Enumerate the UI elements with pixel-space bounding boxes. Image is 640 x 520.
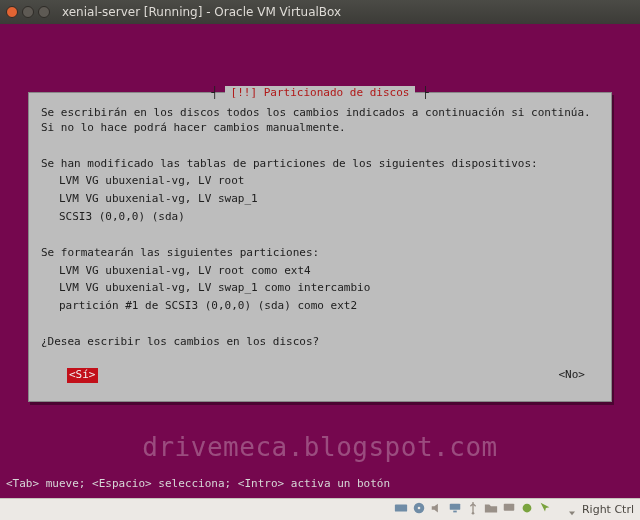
svg-rect-3 <box>450 504 461 510</box>
svg-rect-0 <box>395 505 407 512</box>
watermark: drivemeca.blogspot.com <box>0 432 640 462</box>
dialog-body: Se escribirán en los discos todos los ca… <box>41 106 599 350</box>
audio-icon[interactable] <box>430 501 444 518</box>
dialog-list-item: LVM VG ubuxenial-vg, LV swap_1 <box>41 192 599 207</box>
host-key-indicator: Right Ctrl <box>566 503 634 516</box>
dialog-buttons: <Sí> <No> <box>41 368 599 383</box>
close-icon[interactable] <box>6 6 18 18</box>
shared-folder-icon[interactable] <box>484 501 498 518</box>
svg-rect-4 <box>453 511 457 513</box>
svg-rect-6 <box>504 504 515 511</box>
dialog-list-item: LVM VG ubuxenial-vg, LV swap_1 como inte… <box>41 281 599 296</box>
yes-button[interactable]: <Sí> <box>67 368 98 383</box>
dialog-list-item: SCSI3 (0,0,0) (sda) <box>41 210 599 225</box>
dialog-text: Se escribirán en los discos todos los ca… <box>41 106 599 136</box>
status-icons <box>394 501 552 518</box>
svg-point-2 <box>418 507 421 510</box>
keyboard-icon <box>566 504 578 516</box>
dialog-list-item: LVM VG ubuxenial-vg, LV root como ext4 <box>41 264 599 279</box>
svg-point-7 <box>523 504 532 513</box>
host-key-label: Right Ctrl <box>582 503 634 516</box>
usb-icon[interactable] <box>466 501 480 518</box>
recording-icon[interactable] <box>520 501 534 518</box>
display-icon[interactable] <box>502 501 516 518</box>
dialog-title-row: ┤ [!!] Particionado de discos ├ <box>29 86 611 101</box>
minimize-icon[interactable] <box>22 6 34 18</box>
window-controls <box>6 6 50 18</box>
dialog-title: [!!] Particionado de discos <box>225 86 416 101</box>
dialog-text: Se formatearán las siguientes particione… <box>41 246 599 261</box>
dialog-list-item: partición #1 de SCSI3 (0,0,0) (sda) como… <box>41 299 599 314</box>
vbox-status-bar: Right Ctrl <box>0 498 640 520</box>
window-title: xenial-server [Running] - Oracle VM Virt… <box>62 5 341 19</box>
mouse-integration-icon[interactable] <box>538 501 552 518</box>
partition-dialog: ┤ [!!] Particionado de discos ├ Se escri… <box>28 92 612 402</box>
maximize-icon[interactable] <box>38 6 50 18</box>
window-titlebar: xenial-server [Running] - Oracle VM Virt… <box>0 0 640 24</box>
optical-icon[interactable] <box>412 501 426 518</box>
hdd-icon[interactable] <box>394 501 408 518</box>
network-icon[interactable] <box>448 501 462 518</box>
dialog-text: Se han modificado las tablas de particio… <box>41 157 599 172</box>
vm-display: ┤ [!!] Particionado de discos ├ Se escri… <box>0 24 640 498</box>
dialog-list-item: LVM VG ubuxenial-vg, LV root <box>41 174 599 189</box>
help-bar: <Tab> mueve; <Espacio> selecciona; <Intr… <box>0 474 640 498</box>
svg-point-5 <box>472 512 475 515</box>
dialog-text: ¿Desea escribir los cambios en los disco… <box>41 335 599 350</box>
no-button[interactable]: <No> <box>559 368 586 383</box>
